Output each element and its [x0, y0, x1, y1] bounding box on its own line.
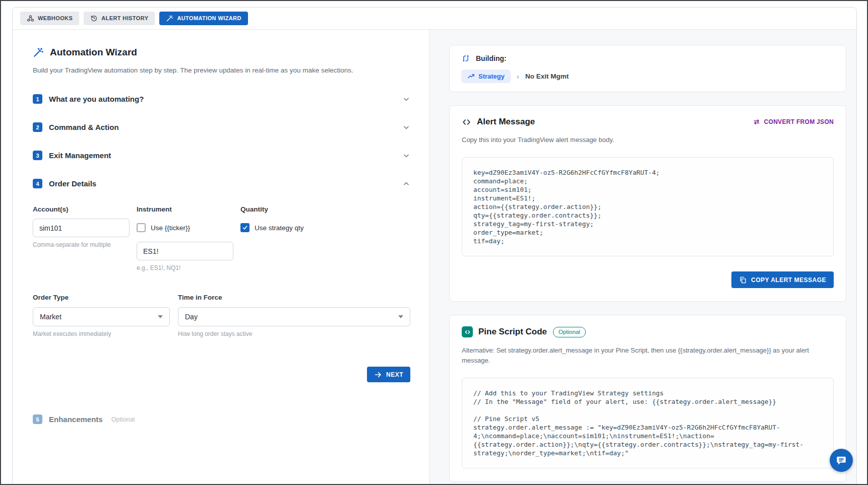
order-type-label: Order Type	[33, 294, 170, 301]
copy-alert-message-label: COPY ALERT MESSAGE	[751, 276, 826, 284]
step-number-badge: 4	[33, 179, 42, 188]
main-card: WEBHOOKS ALERT HISTORY AUTOMATION WIZA	[12, 7, 857, 485]
next-button-label: NEXT	[386, 371, 403, 378]
building-breadcrumb: Strategy › No Exit Mgmt	[461, 70, 834, 83]
use-ticker-checkbox-row[interactable]: Use {{ticker}}	[137, 223, 233, 233]
step-enhancements[interactable]: 5 Enhancements Optional	[33, 414, 410, 424]
order-type-field-group: Order Type Market Market executes immedi…	[33, 294, 170, 337]
tif-select[interactable]: Day	[178, 307, 410, 326]
quantity-label: Quantity	[240, 205, 356, 213]
step-title: Exit Management	[49, 151, 111, 160]
use-strategy-qty-checkbox-row[interactable]: Use strategy qty	[240, 223, 356, 233]
chat-button[interactable]	[830, 449, 853, 472]
step-title: Command & Action	[49, 123, 119, 131]
page-subtitle: Build your TradingView automation step b…	[33, 66, 410, 74]
tif-value: Day	[185, 313, 198, 321]
accounts-input[interactable]	[33, 219, 130, 237]
convert-from-json-button[interactable]: CONVERT FROM JSON	[753, 118, 834, 126]
swap-arrows-icon	[753, 118, 761, 126]
quantity-field-group: Quantity Use strategy qty	[240, 205, 356, 271]
pine-script-card: Pine Script Code Optional Alternative: S…	[449, 315, 846, 482]
instrument-input[interactable]	[137, 242, 233, 260]
tab-automation-wizard[interactable]: AUTOMATION WIZARD	[159, 12, 247, 25]
wand-icon	[33, 47, 44, 58]
optional-badge: Optional	[553, 327, 586, 337]
step-number-badge: 1	[33, 94, 42, 104]
history-icon	[90, 15, 98, 22]
wizard-header: Automation Wizard	[33, 47, 410, 58]
tab-webhooks-label: WEBHOOKS	[38, 16, 73, 21]
page-title: Automation Wizard	[50, 47, 137, 58]
arrow-right-icon	[374, 371, 382, 379]
breadcrumb-exit-mgmt: No Exit Mgmt	[525, 73, 569, 80]
pine-script-code[interactable]: // Add this to your TradingView Strategy…	[462, 378, 834, 468]
instrument-hint: e.g., ES1!, NQ1!	[137, 264, 233, 271]
convert-from-json-label: CONVERT FROM JSON	[764, 118, 834, 125]
tab-automation-wizard-label: AUTOMATION WIZARD	[177, 16, 241, 21]
chevron-up-icon[interactable]	[402, 180, 410, 188]
step-what-are-you-automating[interactable]: 1 What are you automating?	[33, 94, 410, 104]
pine-script-title: Pine Script Code	[478, 327, 547, 337]
tif-hint: How long order stays active	[178, 330, 410, 337]
chevron-down-icon[interactable]	[402, 152, 410, 160]
wizard-panel: Automation Wizard Build your TradingView…	[13, 30, 430, 485]
chat-icon	[836, 455, 847, 466]
alert-message-card: Alert Message CONVERT FROM JSON Copy thi…	[449, 105, 846, 302]
breadcrumb-separator: ›	[517, 72, 519, 81]
trending-up-icon	[467, 73, 475, 80]
pine-script-description: Alternative: Set strategy.order.alert_me…	[462, 345, 825, 366]
tif-field-group: Time in Force Day How long order stays a…	[178, 294, 410, 337]
strategy-chip-label: Strategy	[478, 73, 505, 80]
app-window: { "tabs": { "webhooks": "WEBHOOKS", "ale…	[0, 0, 868, 485]
step-order-details[interactable]: 4 Order Details	[33, 179, 410, 188]
order-type-value: Market	[40, 313, 61, 321]
alert-message-title: Alert Message	[477, 117, 535, 127]
flow-icon	[461, 54, 470, 63]
step-title: Enhancements	[49, 415, 103, 424]
copy-alert-message-button[interactable]: COPY ALERT MESSAGE	[731, 271, 834, 288]
step-command-action[interactable]: 2 Command & Action	[33, 122, 410, 132]
accounts-hint: Comma-separate for multiple	[33, 241, 130, 248]
pine-script-icon	[462, 326, 473, 337]
copy-icon	[739, 276, 747, 284]
tif-label: Time in Force	[178, 294, 410, 301]
alert-message-code[interactable]: key=dZ90Ez3amiV4Y-oz5-R2G6h2HFcCfGYfmcF8…	[462, 157, 834, 256]
content-split: Automation Wizard Build your TradingView…	[13, 30, 856, 485]
building-card: Building: Strategy › No Exit Mgmt	[449, 45, 846, 92]
tab-alert-history[interactable]: ALERT HISTORY	[84, 12, 155, 25]
chevron-down-icon[interactable]	[402, 123, 410, 131]
step-title: Order Details	[49, 179, 96, 188]
tab-alert-history-label: ALERT HISTORY	[101, 16, 148, 21]
chevron-down-icon	[158, 315, 163, 318]
step-number-badge: 3	[33, 151, 42, 160]
tab-webhooks[interactable]: WEBHOOKS	[20, 12, 79, 25]
use-strategy-qty-label: Use strategy qty	[255, 224, 304, 232]
step-number-badge: 2	[33, 122, 42, 132]
tab-bar: WEBHOOKS ALERT HISTORY AUTOMATION WIZA	[13, 8, 856, 30]
wizard-steps: 1 What are you automating? 2 Command & A…	[33, 94, 410, 424]
building-label: Building:	[476, 54, 507, 62]
order-details-form: Account(s) Comma-separate for multiple I…	[33, 205, 410, 382]
accounts-label: Account(s)	[33, 205, 130, 213]
order-type-select[interactable]: Market	[33, 307, 170, 326]
step-title: What are you automating?	[49, 95, 144, 103]
next-button[interactable]: NEXT	[367, 367, 410, 382]
strategy-chip[interactable]: Strategy	[461, 70, 511, 83]
code-icon	[462, 117, 471, 127]
chevron-down-icon[interactable]	[402, 95, 410, 103]
chevron-down-icon	[398, 315, 403, 318]
step-exit-management[interactable]: 3 Exit Management	[33, 151, 410, 160]
alert-message-description: Copy this into your TradingView alert me…	[462, 135, 834, 145]
instrument-field-group: Instrument Use {{ticker}} e.g., ES1!, NQ…	[137, 205, 233, 271]
use-ticker-label: Use {{ticker}}	[151, 224, 190, 232]
webhook-icon	[27, 15, 34, 22]
wand-icon	[166, 15, 173, 22]
use-strategy-qty-checkbox[interactable]	[240, 223, 250, 232]
use-ticker-checkbox[interactable]	[137, 223, 146, 232]
instrument-label: Instrument	[137, 205, 233, 213]
step-number-badge: 5	[33, 414, 42, 424]
step-optional-label: Optional	[111, 416, 135, 423]
accounts-field-group: Account(s) Comma-separate for multiple	[33, 205, 130, 271]
order-type-hint: Market executes immediately	[33, 330, 170, 337]
preview-panel: Building: Strategy › No Exit Mgmt	[430, 30, 856, 485]
